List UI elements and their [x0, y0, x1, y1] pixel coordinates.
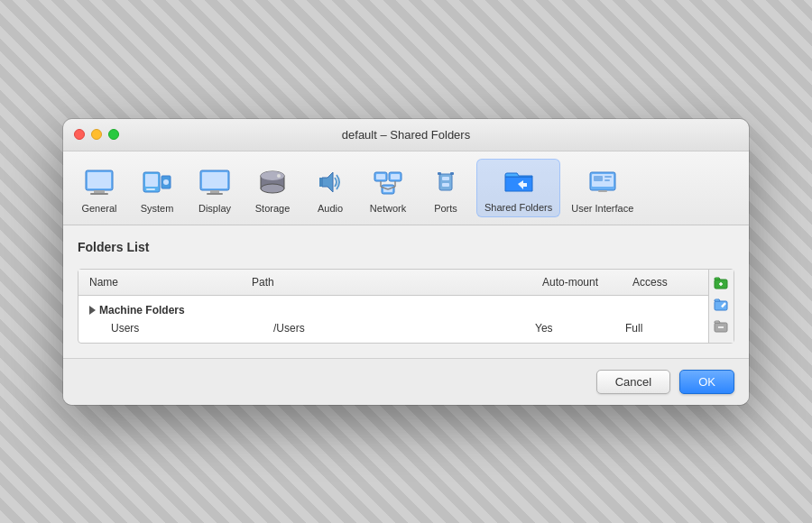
svg-marker-18 — [322, 172, 333, 192]
toolbar-item-storage[interactable]: Storage — [245, 161, 300, 217]
svg-rect-37 — [594, 176, 603, 181]
svg-rect-30 — [439, 174, 452, 190]
svg-rect-21 — [376, 174, 385, 179]
toolbar-item-audio[interactable]: Audio — [303, 161, 357, 217]
row-access: Full — [625, 322, 697, 335]
svg-rect-34 — [450, 172, 454, 175]
titlebar: default – Shared Folders — [63, 119, 749, 151]
display-icon — [197, 164, 233, 200]
system-label: System — [141, 203, 174, 214]
user-interface-label: User Interface — [571, 203, 633, 214]
folders-table: Name Path Auto-mount Access Machine Fold… — [78, 270, 708, 343]
shared-folders-icon — [501, 163, 537, 199]
display-label: Display — [198, 203, 231, 214]
system-icon — [139, 164, 175, 200]
table-sidebar — [708, 270, 734, 343]
toolbar-item-display[interactable]: Display — [188, 161, 242, 217]
folder-group: Machine Folders Users /Users Yes Full — [78, 299, 708, 339]
group-name: Machine Folders — [89, 304, 252, 317]
svg-rect-19 — [319, 178, 322, 187]
row-name: Users — [111, 322, 273, 335]
expand-triangle — [89, 306, 96, 315]
svg-point-17 — [277, 174, 281, 178]
audio-label: Audio — [318, 203, 343, 214]
cancel-button[interactable]: Cancel — [596, 370, 670, 394]
toolbar-item-shared-folders[interactable]: Shared Folders — [476, 159, 560, 217]
general-icon — [81, 164, 117, 200]
machine-folders-label: Machine Folders — [99, 304, 185, 317]
svg-rect-5 — [145, 174, 158, 187]
toolbar-item-ports[interactable]: Ports — [419, 161, 473, 217]
network-icon — [370, 164, 406, 200]
shared-folders-label: Shared Folders — [484, 202, 552, 213]
row-automount: Yes — [535, 322, 625, 335]
col-automount: Auto-mount — [539, 273, 629, 291]
col-access: Access — [629, 273, 701, 291]
row-path: /Users — [273, 322, 535, 335]
svg-point-8 — [163, 179, 169, 185]
dialog-footer: Cancel OK — [63, 358, 749, 405]
folders-table-container: Name Path Auto-mount Access Machine Fold… — [78, 269, 734, 344]
ports-icon — [428, 164, 464, 200]
toolbar-item-network[interactable]: Network — [361, 161, 415, 217]
table-body: Machine Folders Users /Users Yes Full — [78, 296, 708, 343]
audio-icon — [312, 164, 348, 200]
minimize-button[interactable] — [91, 129, 102, 140]
edit-folder-button[interactable] — [712, 295, 732, 315]
svg-point-16 — [261, 171, 284, 180]
maximize-button[interactable] — [108, 129, 119, 140]
col-name: Name — [86, 273, 248, 291]
svg-rect-3 — [90, 193, 108, 195]
svg-rect-31 — [442, 177, 449, 180]
toolbar-item-user-interface[interactable]: User Interface — [564, 161, 641, 217]
network-label: Network — [370, 203, 406, 214]
traffic-lights — [74, 129, 119, 140]
storage-icon — [254, 164, 291, 200]
main-window: default – Shared Folders General — [63, 119, 749, 405]
svg-rect-32 — [442, 183, 449, 187]
content-area: Folders List Name Path Auto-mount Access — [63, 225, 749, 358]
svg-rect-6 — [146, 188, 155, 190]
svg-rect-11 — [210, 190, 219, 193]
col-path: Path — [248, 273, 539, 291]
section-title: Folders List — [78, 240, 734, 254]
storage-label: Storage — [255, 203, 291, 214]
svg-rect-1 — [88, 172, 111, 188]
general-label: General — [81, 203, 116, 214]
window-title: default – Shared Folders — [342, 128, 470, 142]
table-row-parent[interactable]: Machine Folders — [86, 301, 701, 319]
svg-rect-33 — [438, 172, 441, 175]
add-folder-button[interactable] — [712, 273, 732, 293]
svg-rect-10 — [202, 172, 227, 188]
toolbar-item-general[interactable]: General — [72, 161, 126, 217]
toolbar: General System — [63, 151, 749, 225]
user-interface-icon — [585, 164, 621, 200]
remove-folder-button[interactable] — [712, 317, 732, 336]
close-button[interactable] — [74, 129, 85, 140]
svg-point-15 — [261, 184, 284, 193]
svg-rect-38 — [604, 176, 612, 178]
table-header: Name Path Auto-mount Access — [78, 270, 708, 296]
table-row[interactable]: Users /Users Yes Full — [86, 319, 701, 337]
toolbar-item-system[interactable]: System — [130, 161, 184, 217]
svg-rect-39 — [604, 179, 610, 181]
svg-rect-40 — [598, 190, 607, 192]
ports-label: Ports — [434, 203, 457, 214]
svg-rect-23 — [391, 174, 400, 179]
svg-rect-2 — [94, 190, 105, 193]
ok-button[interactable]: OK — [679, 370, 734, 394]
svg-rect-12 — [207, 193, 223, 195]
svg-rect-44 — [715, 301, 727, 310]
